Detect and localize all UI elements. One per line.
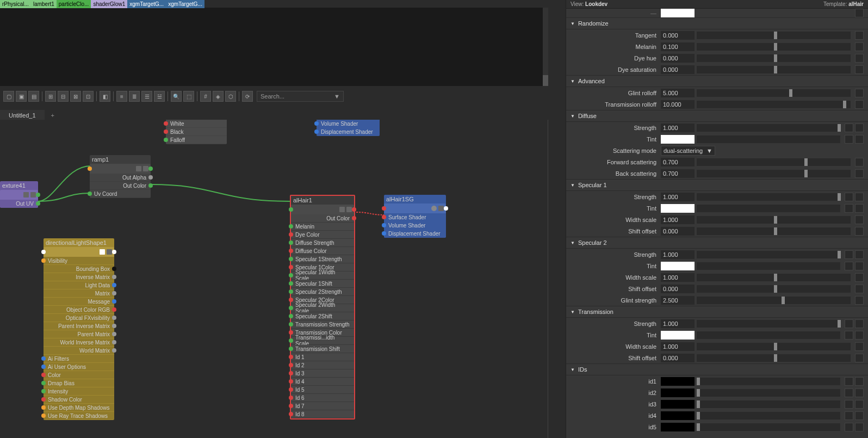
value-input[interactable]	[661, 319, 695, 328]
value-input[interactable]	[661, 54, 695, 63]
port-transmission-shift[interactable]: Transmission Shift	[291, 345, 354, 353]
tool-frame-out[interactable]: ▤	[28, 91, 39, 102]
section-randomize[interactable]: ▼Randomize	[566, 17, 868, 29]
node-icon[interactable]	[23, 192, 29, 198]
port-ai-user-options[interactable]: Ai User Options	[44, 363, 114, 371]
map-icon[interactable]	[855, 354, 864, 362]
port-id-5[interactable]: Id 5	[291, 386, 354, 393]
keyframe-icon[interactable]	[845, 400, 853, 409]
tool-align-2[interactable]: ⊟	[58, 91, 69, 102]
slider[interactable]	[697, 227, 851, 235]
port-white[interactable]: White	[166, 120, 227, 127]
port-matrix[interactable]: Matrix	[44, 289, 114, 297]
port-specular-1strength[interactable]: Specular 1Strength	[291, 255, 354, 263]
keyframe-icon[interactable]	[845, 124, 853, 132]
map-icon[interactable]	[855, 169, 864, 178]
port-uv-coord[interactable]: Uv Coord	[90, 190, 151, 198]
value-input[interactable]	[661, 227, 695, 236]
slider[interactable]	[697, 297, 851, 304]
slider[interactable]	[697, 331, 840, 339]
slider[interactable]	[697, 89, 851, 97]
keyframe-icon[interactable]	[845, 388, 853, 397]
port-dye-color[interactable]: Dye Color	[291, 231, 354, 238]
port-message[interactable]: Message	[44, 298, 114, 305]
port-id-4[interactable]: Id 4	[291, 378, 354, 385]
map-icon[interactable]	[855, 65, 864, 74]
keyframe-icon[interactable]	[845, 135, 853, 144]
port-specular-2strength[interactable]: Specular 2Strength	[291, 288, 354, 295]
port-bounding-box[interactable]: Bounding Box	[44, 265, 114, 273]
slider[interactable]	[697, 274, 851, 281]
value-input[interactable]	[661, 354, 695, 362]
section-advanced[interactable]: ▼Advanced	[566, 75, 868, 87]
port-use-depth-map-shadows[interactable]: Use Depth Map Shadows	[44, 404, 114, 411]
map-icon[interactable]	[855, 215, 864, 224]
node-shader-top[interactable]: Volume Shader Displacement Shader	[317, 120, 380, 136]
node-ramp1[interactable]: ramp1 Out Alpha Out Color Uv Coord	[90, 155, 151, 198]
tool-pick[interactable]: ⬚	[183, 91, 194, 102]
graph-tab-untitled[interactable]: Untitled_1	[0, 110, 45, 121]
material-tab[interactable]: particleClo...	[57, 0, 91, 8]
slider[interactable]	[697, 32, 851, 39]
port-volume-shader[interactable]: Volume Shader	[384, 221, 446, 229]
port-specular-2shift[interactable]: Specular 2Shift	[291, 312, 354, 320]
port-out-uv[interactable]: Out UV	[0, 200, 38, 207]
port-id-3[interactable]: Id 3	[291, 369, 354, 377]
port-world-inverse-matrix[interactable]: World Inverse Matrix	[44, 338, 114, 346]
section-transmission[interactable]: ▼Transmission	[566, 306, 868, 318]
port-diffuse-strength[interactable]: Diffuse Strength	[291, 239, 354, 246]
viewport-scrollbar[interactable]	[543, 8, 548, 86]
map-icon[interactable]	[855, 193, 864, 201]
node-menu-icon[interactable]	[143, 166, 148, 171]
value-input[interactable]	[661, 124, 695, 132]
map-icon[interactable]	[855, 42, 864, 51]
value-input[interactable]	[661, 285, 695, 293]
slider[interactable]	[697, 389, 840, 397]
color-swatch[interactable]	[661, 331, 695, 340]
port-id-6[interactable]: Id 6	[291, 394, 354, 402]
slider[interactable]	[697, 54, 851, 62]
port-dmap-bias[interactable]: Dmap Bias	[44, 379, 114, 387]
node-directional-light[interactable]: directionalLightShape1 Visibility Boundi…	[44, 238, 114, 420]
value-input[interactable]	[661, 100, 695, 109]
port-visibility[interactable]: Visibility	[44, 257, 114, 264]
search-input[interactable]: Search... ▼	[257, 91, 344, 102]
map-icon[interactable]	[855, 285, 864, 293]
slider[interactable]	[697, 66, 851, 73]
slider[interactable]	[697, 170, 851, 177]
port-transmissi-idth-scale[interactable]: Transmissi...idth Scale	[291, 337, 354, 344]
map-icon[interactable]	[855, 342, 864, 351]
map-icon[interactable]	[855, 158, 864, 166]
value-input[interactable]	[661, 273, 695, 282]
slider[interactable]	[697, 412, 840, 420]
slider[interactable]	[697, 423, 840, 431]
port-volume-shader[interactable]: Volume Shader	[317, 120, 380, 127]
map-icon[interactable]	[855, 331, 864, 340]
color-swatch[interactable]	[661, 423, 695, 431]
port-specular-1width-scale[interactable]: Specular 1Width Scale	[291, 272, 354, 279]
port-diffuse-color[interactable]: Diffuse Color	[291, 247, 354, 255]
tool-align-3[interactable]: ⊠	[70, 91, 81, 102]
map-icon[interactable]	[855, 135, 864, 144]
port-use-ray-trace-shadows[interactable]: Use Ray Trace Shadows	[44, 412, 114, 420]
node-menu-icon[interactable]	[346, 207, 352, 212]
port-shadow-color[interactable]: Shadow Color	[44, 396, 114, 403]
node-alhair1sg[interactable]: alHair1SG Surface Shader Volume Shader D…	[384, 195, 446, 238]
value-input[interactable]	[661, 215, 695, 224]
slider[interactable]	[697, 193, 840, 201]
port-out-color[interactable]: Out Color	[291, 214, 354, 222]
port-displacement-shader[interactable]: Displacement Shader	[384, 230, 446, 237]
value-input[interactable]	[661, 31, 695, 40]
node-icon[interactable]	[431, 206, 437, 211]
slider[interactable]	[697, 124, 840, 132]
material-tab[interactable]: shaderGlow1	[91, 0, 127, 8]
port-specular-1shift[interactable]: Specular 1Shift	[291, 280, 354, 287]
value-input[interactable]	[661, 89, 695, 97]
port-optical-fxvisibility[interactable]: Optical FXvisibility	[44, 314, 114, 322]
color-swatch[interactable]	[661, 135, 695, 144]
value-input[interactable]	[661, 158, 695, 166]
graph-tab-add[interactable]: +	[46, 110, 60, 121]
tool-grid[interactable]: #	[200, 91, 211, 102]
slider[interactable]	[697, 43, 851, 51]
node-ramp-outputs[interactable]: White Black Falloff	[166, 120, 227, 144]
